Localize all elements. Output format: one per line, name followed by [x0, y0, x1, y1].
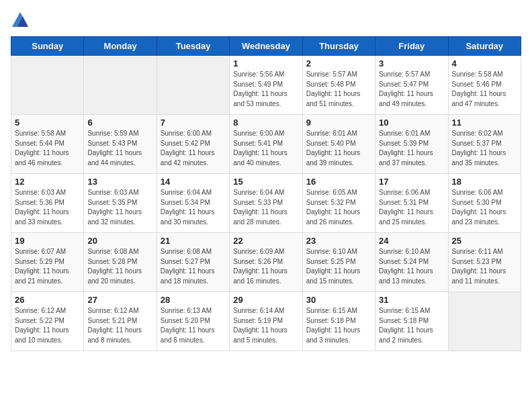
calendar-cell: 23Sunrise: 6:10 AM Sunset: 5:25 PM Dayli… — [302, 233, 375, 292]
day-number: 25 — [452, 236, 517, 246]
calendar-cell: 19Sunrise: 6:07 AM Sunset: 5:29 PM Dayli… — [11, 233, 84, 292]
day-info: Sunrise: 6:11 AM Sunset: 5:23 PM Dayligh… — [452, 247, 517, 286]
day-number: 2 — [306, 58, 371, 68]
day-info: Sunrise: 6:00 AM Sunset: 5:42 PM Dayligh… — [161, 129, 226, 168]
day-number: 27 — [87, 295, 152, 305]
day-number: 24 — [379, 236, 444, 246]
calendar-body: 1Sunrise: 5:56 AM Sunset: 5:49 PM Daylig… — [11, 56, 521, 351]
day-number: 30 — [306, 295, 371, 305]
calendar-header: SundayMondayTuesdayWednesdayThursdayFrid… — [11, 37, 521, 56]
calendar-cell: 4Sunrise: 5:58 AM Sunset: 5:46 PM Daylig… — [448, 56, 521, 115]
day-info: Sunrise: 6:09 AM Sunset: 5:26 PM Dayligh… — [233, 247, 298, 286]
day-number: 11 — [452, 118, 517, 128]
calendar-cell: 22Sunrise: 6:09 AM Sunset: 5:26 PM Dayli… — [230, 233, 302, 292]
day-number: 17 — [379, 177, 444, 187]
day-info: Sunrise: 6:15 AM Sunset: 5:18 PM Dayligh… — [306, 306, 371, 345]
day-number: 8 — [233, 118, 298, 128]
day-info: Sunrise: 6:12 AM Sunset: 5:22 PM Dayligh… — [15, 306, 80, 345]
calendar-cell: 26Sunrise: 6:12 AM Sunset: 5:22 PM Dayli… — [11, 292, 84, 351]
day-info: Sunrise: 5:58 AM Sunset: 5:44 PM Dayligh… — [15, 129, 80, 168]
calendar-cell: 29Sunrise: 6:14 AM Sunset: 5:19 PM Dayli… — [230, 292, 302, 351]
calendar-cell: 27Sunrise: 6:12 AM Sunset: 5:21 PM Dayli… — [84, 292, 157, 351]
calendar-cell: 25Sunrise: 6:11 AM Sunset: 5:23 PM Dayli… — [448, 233, 521, 292]
calendar-week-5: 26Sunrise: 6:12 AM Sunset: 5:22 PM Dayli… — [11, 292, 521, 351]
day-info: Sunrise: 6:12 AM Sunset: 5:21 PM Dayligh… — [87, 306, 152, 345]
calendar-cell: 16Sunrise: 6:05 AM Sunset: 5:32 PM Dayli… — [302, 174, 375, 233]
calendar-cell: 8Sunrise: 6:00 AM Sunset: 5:41 PM Daylig… — [230, 115, 302, 174]
day-info: Sunrise: 6:03 AM Sunset: 5:36 PM Dayligh… — [15, 188, 80, 227]
day-info: Sunrise: 6:02 AM Sunset: 5:37 PM Dayligh… — [452, 129, 517, 168]
calendar-cell: 21Sunrise: 6:08 AM Sunset: 5:27 PM Dayli… — [157, 233, 229, 292]
day-info: Sunrise: 6:05 AM Sunset: 5:32 PM Dayligh… — [306, 188, 371, 227]
calendar-cell — [448, 292, 521, 351]
logo-icon — [11, 11, 30, 30]
calendar-cell: 6Sunrise: 5:59 AM Sunset: 5:43 PM Daylig… — [84, 115, 157, 174]
day-number: 23 — [306, 236, 371, 246]
calendar-cell: 13Sunrise: 6:03 AM Sunset: 5:35 PM Dayli… — [84, 174, 157, 233]
day-info: Sunrise: 5:58 AM Sunset: 5:46 PM Dayligh… — [452, 70, 517, 109]
day-number: 20 — [87, 236, 152, 246]
calendar-cell: 24Sunrise: 6:10 AM Sunset: 5:24 PM Dayli… — [375, 233, 448, 292]
calendar-cell — [157, 56, 229, 115]
calendar-week-4: 19Sunrise: 6:07 AM Sunset: 5:29 PM Dayli… — [11, 233, 521, 292]
day-info: Sunrise: 6:06 AM Sunset: 5:31 PM Dayligh… — [379, 188, 444, 227]
day-number: 10 — [379, 118, 444, 128]
day-number: 15 — [233, 177, 298, 187]
calendar-week-3: 12Sunrise: 6:03 AM Sunset: 5:36 PM Dayli… — [11, 174, 521, 233]
calendar-cell — [11, 56, 84, 115]
day-number: 1 — [233, 58, 298, 68]
day-info: Sunrise: 6:10 AM Sunset: 5:24 PM Dayligh… — [379, 247, 444, 286]
day-info: Sunrise: 6:04 AM Sunset: 5:34 PM Dayligh… — [161, 188, 226, 227]
calendar-cell: 15Sunrise: 6:04 AM Sunset: 5:33 PM Dayli… — [230, 174, 302, 233]
day-info: Sunrise: 6:01 AM Sunset: 5:39 PM Dayligh… — [379, 129, 444, 168]
header — [11, 11, 521, 30]
weekday-header-sunday: Sunday — [11, 37, 84, 56]
day-info: Sunrise: 6:08 AM Sunset: 5:28 PM Dayligh… — [87, 247, 152, 286]
day-number: 18 — [452, 177, 517, 187]
day-number: 7 — [161, 118, 226, 128]
day-number: 5 — [15, 118, 80, 128]
calendar-cell: 28Sunrise: 6:13 AM Sunset: 5:20 PM Dayli… — [157, 292, 229, 351]
calendar-cell: 20Sunrise: 6:08 AM Sunset: 5:28 PM Dayli… — [84, 233, 157, 292]
logo — [11, 11, 32, 30]
calendar-table: SundayMondayTuesdayWednesdayThursdayFrid… — [11, 36, 521, 351]
day-number: 4 — [452, 58, 517, 68]
calendar-week-1: 1Sunrise: 5:56 AM Sunset: 5:49 PM Daylig… — [11, 56, 521, 115]
day-number: 16 — [306, 177, 371, 187]
calendar-cell — [84, 56, 157, 115]
day-number: 31 — [379, 295, 444, 305]
calendar-cell: 17Sunrise: 6:06 AM Sunset: 5:31 PM Dayli… — [375, 174, 448, 233]
weekday-header-saturday: Saturday — [448, 37, 521, 56]
day-info: Sunrise: 6:06 AM Sunset: 5:30 PM Dayligh… — [452, 188, 517, 227]
day-info: Sunrise: 5:59 AM Sunset: 5:43 PM Dayligh… — [87, 129, 152, 168]
day-info: Sunrise: 6:04 AM Sunset: 5:33 PM Dayligh… — [233, 188, 298, 227]
page: SundayMondayTuesdayWednesdayThursdayFrid… — [0, 0, 532, 411]
calendar-cell: 1Sunrise: 5:56 AM Sunset: 5:49 PM Daylig… — [230, 56, 302, 115]
calendar-cell: 3Sunrise: 5:57 AM Sunset: 5:47 PM Daylig… — [375, 56, 448, 115]
weekday-row: SundayMondayTuesdayWednesdayThursdayFrid… — [11, 37, 521, 56]
day-info: Sunrise: 6:10 AM Sunset: 5:25 PM Dayligh… — [306, 247, 371, 286]
day-number: 22 — [233, 236, 298, 246]
day-info: Sunrise: 6:00 AM Sunset: 5:41 PM Dayligh… — [233, 129, 298, 168]
day-info: Sunrise: 5:56 AM Sunset: 5:49 PM Dayligh… — [233, 70, 298, 109]
weekday-header-wednesday: Wednesday — [230, 37, 302, 56]
day-info: Sunrise: 6:14 AM Sunset: 5:19 PM Dayligh… — [233, 306, 298, 345]
calendar-cell: 10Sunrise: 6:01 AM Sunset: 5:39 PM Dayli… — [375, 115, 448, 174]
day-info: Sunrise: 6:07 AM Sunset: 5:29 PM Dayligh… — [15, 247, 80, 286]
weekday-header-tuesday: Tuesday — [157, 37, 229, 56]
calendar-cell: 12Sunrise: 6:03 AM Sunset: 5:36 PM Dayli… — [11, 174, 84, 233]
calendar-cell: 5Sunrise: 5:58 AM Sunset: 5:44 PM Daylig… — [11, 115, 84, 174]
day-number: 28 — [161, 295, 226, 305]
calendar-week-2: 5Sunrise: 5:58 AM Sunset: 5:44 PM Daylig… — [11, 115, 521, 174]
day-info: Sunrise: 6:08 AM Sunset: 5:27 PM Dayligh… — [161, 247, 226, 286]
day-info: Sunrise: 6:01 AM Sunset: 5:40 PM Dayligh… — [306, 129, 371, 168]
calendar-cell: 7Sunrise: 6:00 AM Sunset: 5:42 PM Daylig… — [157, 115, 229, 174]
calendar-cell: 14Sunrise: 6:04 AM Sunset: 5:34 PM Dayli… — [157, 174, 229, 233]
calendar-cell: 30Sunrise: 6:15 AM Sunset: 5:18 PM Dayli… — [302, 292, 375, 351]
day-number: 19 — [15, 236, 80, 246]
day-number: 6 — [87, 118, 152, 128]
day-number: 21 — [161, 236, 226, 246]
weekday-header-thursday: Thursday — [302, 37, 375, 56]
day-number: 26 — [15, 295, 80, 305]
day-info: Sunrise: 6:13 AM Sunset: 5:20 PM Dayligh… — [161, 306, 226, 345]
